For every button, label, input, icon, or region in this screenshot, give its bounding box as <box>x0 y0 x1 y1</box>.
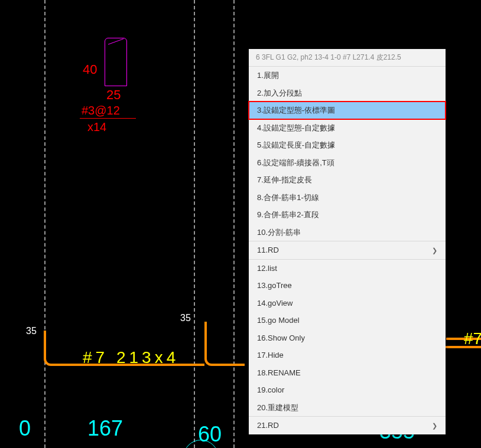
spec-divider <box>80 118 136 119</box>
menu-item-rd-11[interactable]: 11.RD ❯ <box>249 241 446 259</box>
menu-item-rebuild[interactable]: 20.重建模型 <box>249 399 446 417</box>
menu-item-end-coupler[interactable]: 6.設定端部-續接器,T頭 <box>249 154 446 172</box>
menu-item-color[interactable]: 19.color <box>249 381 446 399</box>
menu-item-goview[interactable]: 14.goView <box>249 295 446 312</box>
context-menu: 6 3FL G1 G2, ph2 13-4 1-0 #7 L271.4 皮212… <box>249 49 446 434</box>
hook-dim: 35 <box>180 313 191 323</box>
menu-item-extend[interactable]: 7.延伸-指定皮長 <box>249 171 446 189</box>
chevron-right-icon: ❯ <box>432 421 437 431</box>
menu-header: 6 3FL G1 G2, ph2 13-4 1-0 #7 L271.4 皮212… <box>249 49 446 66</box>
menu-item-merge-straight[interactable]: 9.合併-筋串2-直段 <box>249 206 446 224</box>
menu-item-expand[interactable]: 1.展開 <box>249 67 446 84</box>
menu-item-split[interactable]: 10.分割-筋串 <box>249 224 446 241</box>
menu-item-rename[interactable]: 18.RENAME <box>249 364 446 382</box>
guide-line <box>44 0 46 448</box>
menu-item-hide[interactable]: 17.Hide <box>249 346 446 364</box>
menu-item-merge-cut[interactable]: 8.合併-筋串1-切線 <box>249 189 446 207</box>
rebar-spec: #3@12 <box>82 104 120 117</box>
dim-label: 25 <box>106 87 121 103</box>
menu-item-gotree[interactable]: 13.goTree <box>249 277 446 295</box>
grid-dim: 0 <box>19 416 31 441</box>
chevron-right-icon: ❯ <box>432 246 437 256</box>
guide-line <box>194 0 195 448</box>
menu-item-anchor-custom[interactable]: 4.設錨定型態-自定數據 <box>249 119 446 137</box>
rebar-count: x14 <box>87 120 106 134</box>
rebar-main-label: #7 213x4 <box>83 348 179 367</box>
menu-item-list[interactable]: 12.list <box>249 260 446 277</box>
menu-item-rd-21[interactable]: 21.RD ❯ <box>249 417 446 434</box>
menu-item-anchor-standard[interactable]: 3.設錨定型態-依標準圖 <box>249 102 446 119</box>
hook-dim: 35 <box>26 326 37 336</box>
grid-dim: 167 <box>87 416 123 441</box>
menu-item-gomodel[interactable]: 15.go Model <box>249 312 446 329</box>
menu-item-anchor-length[interactable]: 5.設錨定長度-自定數據 <box>249 136 446 154</box>
rebar-right-label: #7 <box>464 329 481 348</box>
rebar-hook-mid <box>204 322 245 366</box>
guide-line <box>233 0 235 448</box>
dim-label: 40 <box>83 62 97 77</box>
menu-item-showonly[interactable]: 16.Show Only <box>249 329 446 347</box>
menu-item-add-segment[interactable]: 2.加入分段點 <box>249 84 446 102</box>
